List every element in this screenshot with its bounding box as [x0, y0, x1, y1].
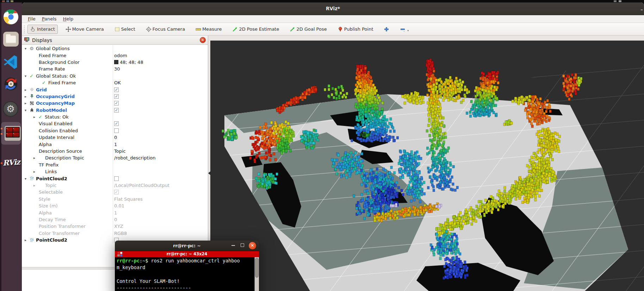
pc2-icon [30, 176, 36, 181]
property-value[interactable] [113, 175, 208, 182]
expander-closed-icon[interactable]: ▸ [25, 101, 30, 105]
property-value[interactable]: RGB8 [113, 230, 208, 237]
property-value[interactable]: Flat Squares [113, 196, 208, 202]
tool-pose-estimate-button[interactable]: 2D Pose Estimate [229, 25, 282, 34]
checkbox-checked[interactable]: ✓ [114, 94, 119, 99]
tool-measure-button[interactable]: Measure [193, 25, 224, 34]
property-label: RobotModel [36, 108, 67, 113]
menu-file[interactable]: File [25, 16, 39, 22]
tree-row: Frame Rate30 [22, 66, 208, 72]
menu-panels[interactable]: Panels [39, 16, 60, 22]
tree-row: Description SourceTopic [22, 148, 208, 154]
property-value[interactable] [113, 45, 208, 52]
property-value[interactable]: ✓ [113, 189, 208, 195]
tool-select-button[interactable]: Select [112, 25, 138, 34]
property-label: OccupancyMap [36, 101, 75, 106]
property-value[interactable]: /robot_description [113, 154, 208, 161]
terminal-maximize-icon[interactable] [241, 243, 244, 247]
expander-open-icon[interactable]: ▾ [25, 108, 30, 112]
terminal-scrollbar[interactable] [254, 257, 259, 291]
property-value[interactable]: ✓ [113, 107, 208, 114]
toolbar-grip[interactable] [24, 25, 25, 34]
dock-item-rviz[interactable]: RViz [3, 158, 19, 174]
dock-item-vscode[interactable] [3, 54, 19, 70]
ubuntu-dock: ⚙>_>_>_>_RViz [0, 2, 22, 291]
expander-open-icon[interactable]: ▾ [25, 177, 30, 181]
terminal-minimize-icon[interactable] [231, 245, 235, 246]
checkbox-checked[interactable]: ✓ [114, 190, 119, 194]
tool-add-button[interactable] [381, 25, 392, 34]
robot-icon [30, 107, 36, 113]
property-value[interactable]: 30 [113, 66, 208, 72]
expander-open-icon[interactable]: ▾ [25, 74, 30, 78]
tool-goal-pose-button[interactable]: 2D Goal Pose [287, 25, 329, 34]
property-value[interactable]: ✓ [113, 93, 208, 100]
terminal-tab-bar[interactable]: rr@rr-pc: ~ 43x24 [115, 251, 259, 257]
checkbox-checked[interactable]: ✓ [114, 101, 119, 105]
property-value[interactable]: ✓ [113, 120, 208, 127]
dock-item-chrome[interactable] [3, 9, 19, 25]
rviz-title-bar[interactable]: RViz* – [22, 2, 644, 15]
dock-item-settings[interactable]: ⚙ [3, 101, 19, 117]
terminal-title-bar[interactable]: rr@rr-pc: ~ ✕ [115, 241, 259, 251]
property-value[interactable]: 48; 48; 48 [113, 59, 208, 66]
expander-closed-icon[interactable]: ▸ [33, 115, 38, 119]
checkbox-unchecked[interactable] [114, 176, 119, 181]
property-value[interactable]: 0.01 [113, 202, 208, 209]
scrollbar-handle[interactable] [255, 258, 259, 278]
3d-viewport[interactable] [210, 41, 644, 291]
checkbox-checked[interactable]: ✓ [114, 108, 119, 113]
tool-publish-point-button[interactable]: Publish Point [335, 25, 376, 34]
property-value[interactable] [113, 168, 208, 175]
terminal-window: rr@rr-pc: ~ ✕ rr@rr-pc: ~ 43x24 rr@rr-pc… [115, 241, 259, 291]
dock-item-terminator[interactable]: >_>_>_>_ [3, 123, 19, 140]
tool-interact-button[interactable]: Interact [27, 25, 58, 34]
expander-closed-icon[interactable]: ▸ [25, 88, 30, 92]
property-value[interactable]: ✓ [113, 100, 208, 107]
checkbox-checked[interactable]: ✓ [114, 87, 119, 92]
expander-closed-icon[interactable]: ▸ [33, 183, 38, 187]
terminal-close-icon[interactable]: ✕ [249, 242, 256, 249]
dock-item-files[interactable] [3, 31, 19, 47]
expander-closed-icon[interactable]: ▸ [33, 156, 38, 160]
property-value[interactable]: OK [113, 79, 208, 86]
expander-closed-icon[interactable]: ▸ [25, 238, 30, 242]
gear-icon: ⚙ [30, 46, 36, 51]
color-swatch[interactable] [114, 60, 118, 64]
property-value[interactable] [113, 127, 208, 134]
menu-help[interactable]: Help [60, 16, 77, 22]
property-label: PointCloud2 [36, 176, 67, 181]
property-value[interactable] [113, 73, 208, 79]
checkbox-checked[interactable]: ✓ [114, 121, 119, 126]
terminal-title: rr@rr-pc: ~ [115, 243, 259, 248]
pointcloud-scene[interactable] [210, 41, 644, 291]
terminal-line: rr@rr-pc:~$ ros2 run yahboomcar_ctrl yah… [117, 257, 253, 264]
property-value[interactable]: 1 [113, 141, 208, 147]
tool-focus-camera-button[interactable]: Focus Camera [143, 25, 188, 34]
dock-item-sync-tool[interactable] [3, 76, 19, 92]
property-value[interactable]: odom [113, 52, 208, 59]
terminal-body[interactable]: rr@rr-pc:~$ ros2 run yahboomcar_ctrl yah… [115, 257, 259, 291]
tool-remove-button[interactable]: ▾ [397, 25, 411, 34]
property-value[interactable]: 1 [113, 209, 208, 216]
expander-open-icon[interactable]: ▾ [25, 47, 30, 50]
property-value[interactable] [113, 114, 208, 120]
property-label: OccupancyGrid [36, 94, 75, 99]
expander-closed-icon[interactable]: ▸ [33, 170, 38, 174]
terminal-line: -------------------------- [117, 285, 253, 291]
property-value[interactable]: 0 [113, 134, 208, 141]
property-value[interactable]: /Local/PointCloudOutput [113, 182, 208, 189]
property-value[interactable]: 0 [113, 216, 208, 223]
close-panel-button[interactable]: ✕ [200, 37, 206, 43]
property-value[interactable]: ✓ [113, 86, 208, 93]
tool-move-camera-button[interactable]: Move Camera [63, 25, 107, 34]
property-value[interactable]: XYZ [113, 223, 208, 230]
checkbox-unchecked[interactable] [114, 128, 119, 133]
property-value[interactable]: Topic [113, 148, 208, 154]
property-label: Global Options [36, 46, 70, 51]
property-value[interactable] [113, 162, 208, 168]
expander-closed-icon[interactable]: ▸ [25, 95, 30, 98]
dropdown-caret-icon[interactable]: ▾ [407, 29, 409, 32]
terminal-line: Control Your SLAM-Bot! [117, 278, 253, 285]
minimize-icon[interactable]: – [640, 7, 643, 12]
